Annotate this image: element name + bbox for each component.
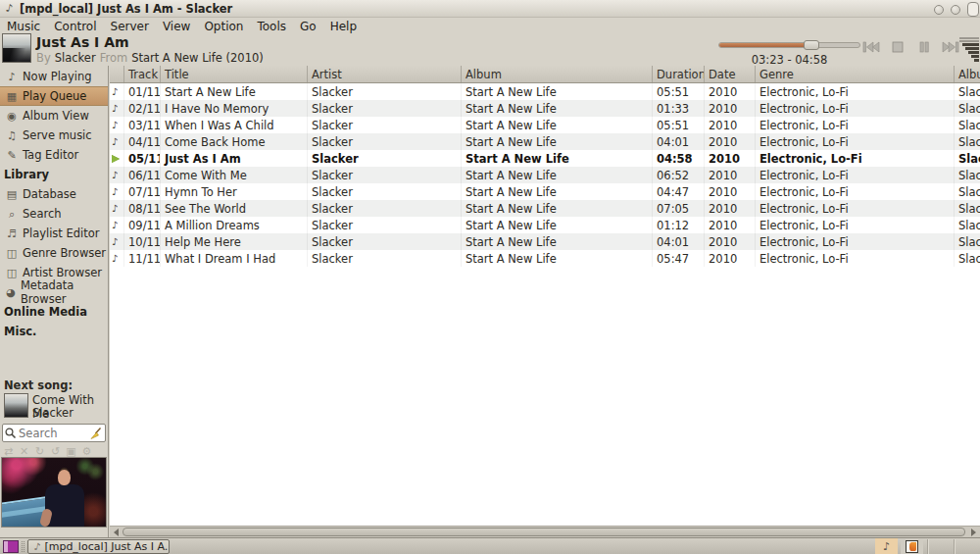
menu-server[interactable]: Server [104,20,156,33]
sidebar-item-database[interactable]: ▤Database [0,184,108,204]
table-row[interactable]: ♪01/11Start A New LifeSlackerStart A New… [110,83,980,100]
sidebar-item-now-playing[interactable]: ♪Now Playing [0,67,108,86]
database-icon: ▤ [5,188,19,201]
sidebar-item-album-view[interactable]: ◉Album View [0,106,108,126]
taskbar-window-button[interactable]: ♪ [mpd_local] Just As I A... [27,539,170,554]
sidebar-item-genre-browser[interactable]: ◫Genre Browser [0,243,108,263]
table-row[interactable]: ♪08/11See The WorldSlackerStart A New Li… [110,200,980,217]
previous-button[interactable] [862,39,880,55]
column-header-duration[interactable]: Duration [653,66,705,82]
cell-album_artist: Slacker [955,100,980,117]
minimize-button[interactable] [934,5,944,15]
sidebar-item-serve-music[interactable]: ♫Serve music [0,126,108,145]
now-playing-icon: ♪ [5,71,19,83]
menu-tools[interactable]: Tools [250,20,293,33]
table-row[interactable]: ♪03/11When I Was A ChildSlackerStart A N… [110,117,980,133]
search-input[interactable] [18,427,89,440]
sidebar-item-tag-editor[interactable]: ✎Tag Editor [0,145,108,165]
cell-title: Help Me Here [161,233,308,250]
menu-go[interactable]: Go [293,20,323,33]
sidebar-item-metadata-browser[interactable]: ◕Metadata Browser [0,282,108,302]
cell-duration: 05:47 [653,250,705,267]
cell-artist: Slacker [308,217,462,233]
cell-album_artist: Slacker [955,250,980,267]
menu-help[interactable]: Help [323,20,364,33]
cell-genre: Electronic, Lo-Fi [756,217,955,233]
sidebar-item-search[interactable]: ⌕Search [0,204,108,224]
scrollbar-thumb[interactable] [122,528,965,536]
stop-button[interactable] [889,39,906,55]
column-header-date[interactable]: Date [705,66,756,82]
next-song-artist: Slacker [32,406,74,420]
cell-duration: 05:51 [653,117,705,133]
track-note-icon: ♪ [110,83,124,100]
taskbar-grip-handle[interactable] [22,541,24,552]
cell-date: 2010 [705,250,756,267]
cell-genre: Electronic, Lo-Fi [756,167,955,183]
metadata-browser-icon: ◕ [5,286,17,299]
table-row[interactable]: ♪04/11Come Back HomeSlackerStart A New L… [110,133,980,150]
cell-date: 2010 [705,150,756,167]
time-label: 03:23 - 04:58 [709,53,870,67]
column-header-title[interactable]: Title [161,66,308,82]
maximize-button[interactable] [951,5,960,15]
table-row[interactable]: ♪10/11Help Me HereSlackerStart A New Lif… [110,233,980,250]
table-row[interactable]: ♪06/11Come With MeSlackerStart A New Lif… [110,167,980,183]
cell-track: 01/11 [124,83,161,100]
cell-genre: Electronic, Lo-Fi [756,83,955,100]
cell-artist: Slacker [308,100,462,117]
close-button[interactable] [967,2,979,17]
table-row[interactable]: ♪02/11I Have No MemorySlackerStart A New… [110,100,980,117]
track-note-icon: ♪ [110,117,124,133]
sidebar-item-label: Album View [23,109,89,123]
menu-option[interactable]: Option [197,20,250,33]
cell-duration: 04:47 [653,183,705,200]
table-row[interactable]: 05/11Just As I AmSlackerStart A New Life… [110,150,980,167]
horizontal-scrollbar[interactable] [110,526,980,537]
scroll-left-arrow[interactable] [110,527,122,537]
column-header-genre[interactable]: Genre [756,66,955,82]
seek-slider-handle[interactable] [804,40,819,50]
column-header-artist[interactable]: Artist [308,66,462,82]
cell-album: Start A New Life [462,100,653,117]
clear-broom-icon[interactable] [89,427,103,440]
seek-slider[interactable] [718,42,860,48]
menu-view[interactable]: View [156,20,197,33]
cell-duration: 04:01 [653,233,705,250]
table-row[interactable]: ♪07/11Hymn To HerSlackerStart A New Life… [110,183,980,200]
menu-control[interactable]: Control [47,20,103,33]
current-album: Start A New Life (2010) [131,51,264,65]
sidebar-item-playlist-editor[interactable]: ♬Playlist Editor [0,224,108,243]
cell-artist: Slacker [308,150,462,167]
menu-music[interactable]: Music [0,20,47,33]
column-header-icon[interactable] [110,66,124,82]
column-header-album-artist[interactable]: Album Artist [955,66,980,82]
table-row[interactable]: ♪09/11A Million DreamsSlackerStart A New… [110,217,980,233]
table-header-row: TrackTitleArtistAlbumDurationDateGenreAl… [110,66,980,83]
column-header-album[interactable]: Album [462,66,653,82]
next-song-art-thumb [4,393,28,418]
search-icon: ⌕ [5,208,19,221]
cell-date: 2010 [705,83,756,100]
cell-artist: Slacker [308,183,462,200]
cell-title: Start A New Life [161,83,308,100]
sidebar-source-list: ♪Now Playing▦Play Queue◉Album View♫Serve… [0,67,108,341]
cell-title: See The World [161,200,308,217]
current-song-title: Just As I Am [36,34,129,50]
sidebar-item-play-queue[interactable]: ▦Play Queue [0,86,108,106]
playlist-editor-icon: ♬ [5,227,19,240]
pause-button[interactable] [915,39,933,55]
title-bar[interactable]: ♪ [mpd_local] Just As I Am - Slacker [0,0,980,18]
track-note-icon: ♪ [110,250,124,267]
volume-icon[interactable] [957,37,979,62]
table-row[interactable]: ♪11/11What I Dream I HadSlackerStart A N… [110,250,980,267]
column-header-track[interactable]: Track [124,66,161,82]
cell-genre: Electronic, Lo-Fi [756,183,955,200]
tray-player-icon[interactable]: ♪ [875,538,898,554]
cell-genre: Electronic, Lo-Fi [756,150,955,167]
scroll-right-arrow[interactable] [967,527,980,537]
track-note-icon: ♪ [110,233,124,250]
cell-date: 2010 [705,167,756,183]
tray-document-icon[interactable] [901,538,923,554]
taskbar-menu-icon[interactable] [3,540,19,553]
